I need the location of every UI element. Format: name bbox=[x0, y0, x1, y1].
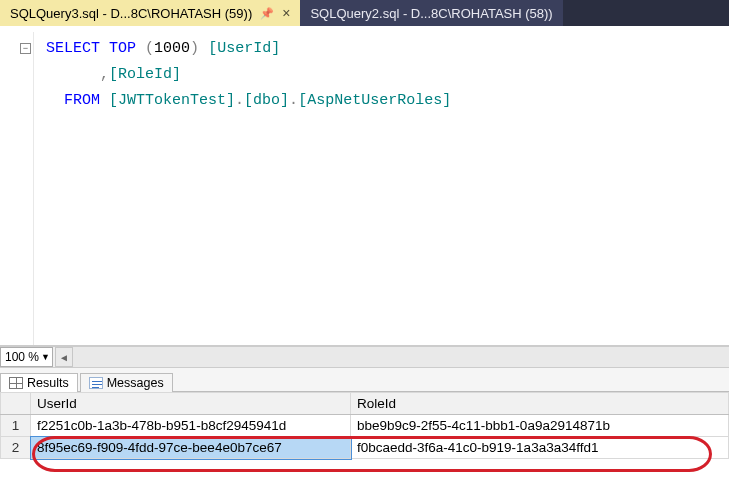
code-area[interactable]: SELECT TOP (1000) [UserId] ,[RoleId] FRO… bbox=[34, 32, 729, 345]
paren-close: ) bbox=[190, 40, 199, 57]
results-tab[interactable]: Results bbox=[0, 373, 78, 392]
results-tab-label: Results bbox=[27, 376, 69, 390]
messages-tab[interactable]: Messages bbox=[80, 373, 173, 392]
table-name: [AspNetUserRoles] bbox=[298, 92, 451, 109]
editor-tabs: SQLQuery3.sql - D...8C\ROHATASH (59)) 📌 … bbox=[0, 0, 729, 26]
tab-label: SQLQuery3.sql - D...8C\ROHATASH (59)) bbox=[10, 6, 252, 21]
kw-select: SELECT bbox=[46, 40, 100, 57]
dot2: . bbox=[289, 92, 298, 109]
row-header-blank bbox=[1, 393, 31, 415]
messages-tab-label: Messages bbox=[107, 376, 164, 390]
kw-from: FROM bbox=[64, 92, 100, 109]
table-row[interactable]: 1 f2251c0b-1a3b-478b-b951-b8cf2945941d b… bbox=[1, 415, 729, 437]
paren-open: ( bbox=[145, 40, 154, 57]
pin-icon[interactable]: 📌 bbox=[260, 7, 274, 20]
col-userid: [UserId] bbox=[208, 40, 280, 57]
col-header-roleid[interactable]: RoleId bbox=[351, 393, 729, 415]
col-roleid: [RoleId] bbox=[109, 66, 181, 83]
scroll-left-button[interactable]: ◄ bbox=[55, 347, 73, 367]
messages-icon bbox=[89, 377, 103, 389]
cell-userid[interactable]: f2251c0b-1a3b-478b-b951-b8cf2945941d bbox=[31, 415, 351, 437]
results-pane: UserId RoleId 1 f2251c0b-1a3b-478b-b951-… bbox=[0, 392, 729, 459]
chevron-down-icon: ▼ bbox=[41, 352, 50, 362]
cell-userid-selected[interactable]: 8f95ec69-f909-4fdd-97ce-bee4e0b7ce67 bbox=[31, 437, 351, 459]
close-icon[interactable]: × bbox=[282, 5, 290, 21]
zoom-value: 100 % bbox=[5, 350, 39, 364]
cell-roleid[interactable]: f0bcaedd-3f6a-41c0-b919-1a3a3a34ffd1 bbox=[351, 437, 729, 459]
hscroll-track[interactable] bbox=[73, 347, 729, 367]
row-number: 2 bbox=[1, 437, 31, 459]
col-header-userid[interactable]: UserId bbox=[31, 393, 351, 415]
tab-sqlquery3[interactable]: SQLQuery3.sql - D...8C\ROHATASH (59)) 📌 … bbox=[0, 0, 300, 26]
db-name: [JWTTokenTest] bbox=[109, 92, 235, 109]
table-row[interactable]: 2 8f95ec69-f909-4fdd-97ce-bee4e0b7ce67 f… bbox=[1, 437, 729, 459]
schema-name: [dbo] bbox=[244, 92, 289, 109]
top-n: 1000 bbox=[154, 40, 190, 57]
dot1: . bbox=[235, 92, 244, 109]
sql-editor[interactable]: − SELECT TOP (1000) [UserId] ,[RoleId] F… bbox=[0, 26, 729, 346]
zoom-dropdown[interactable]: 100 % ▼ bbox=[0, 347, 53, 367]
comma: , bbox=[100, 66, 109, 83]
kw-top: TOP bbox=[109, 40, 136, 57]
grid-icon bbox=[9, 377, 23, 389]
results-grid[interactable]: UserId RoleId 1 f2251c0b-1a3b-478b-b951-… bbox=[0, 392, 729, 459]
results-tabstrip: Results Messages bbox=[0, 368, 729, 392]
cell-roleid[interactable]: bbe9b9c9-2f55-4c11-bbb1-0a9a2914871b bbox=[351, 415, 729, 437]
row-number: 1 bbox=[1, 415, 31, 437]
tab-label: SQLQuery2.sql - D...8C\ROHATASH (58)) bbox=[310, 6, 552, 21]
zoom-bar: 100 % ▼ ◄ bbox=[0, 346, 729, 368]
collapse-icon[interactable]: − bbox=[20, 43, 31, 54]
grid-header-row: UserId RoleId bbox=[1, 393, 729, 415]
editor-gutter: − bbox=[0, 32, 34, 345]
tab-sqlquery2[interactable]: SQLQuery2.sql - D...8C\ROHATASH (58)) bbox=[300, 0, 562, 26]
